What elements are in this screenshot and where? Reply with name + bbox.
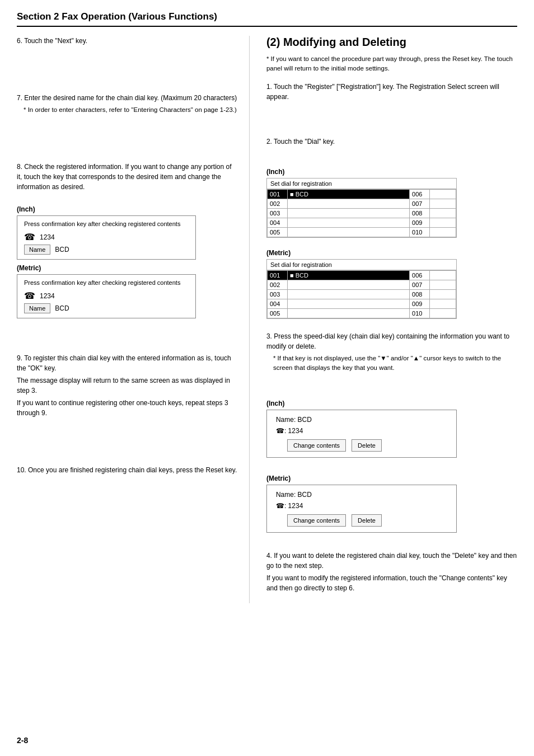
step8-metric-name-key[interactable]: Name: [24, 303, 50, 313]
table-row: 005 010: [267, 227, 456, 237]
step8-text: 8. Check the registered information. If …: [17, 162, 238, 192]
step7-sub: * In order to enter characters, refer to…: [24, 105, 238, 115]
metric-delete-button[interactable]: Delete: [352, 514, 382, 527]
step9-line3: If you want to continue registering othe…: [17, 398, 238, 418]
step-9: 9. To register this chain dial key with …: [17, 353, 238, 418]
step7-text: 7. Enter the desired name for the chain …: [17, 93, 238, 103]
cell-003[interactable]: 003: [267, 208, 287, 218]
m-cell-010[interactable]: 010: [410, 308, 430, 318]
page-number: 2-8: [17, 736, 28, 745]
m-cell-007-empty: [430, 280, 456, 289]
step10-text: 10. Once you are finished registering ch…: [17, 465, 238, 475]
table-row: 002 007: [267, 199, 456, 208]
right-step4-line2: If you want to modify the registered inf…: [266, 573, 517, 593]
cell-010[interactable]: 010: [410, 227, 430, 237]
m-cell-008[interactable]: 008: [410, 289, 430, 299]
step8-inch-screen: Press confirmation key after checking re…: [17, 215, 196, 260]
m-cell-004-empty: [287, 299, 409, 308]
table-row: 001 ■ BCD 006: [267, 270, 456, 280]
step8-metric-name-val: BCD: [55, 304, 69, 312]
cell-009[interactable]: 009: [410, 218, 430, 227]
m-cell-002[interactable]: 002: [267, 280, 287, 289]
cell-007-empty: [430, 199, 456, 208]
step8-metric-fax-row: ☎ 1234: [24, 290, 189, 301]
metric-screen2: Name: BCD ☎: 1234 Change contents Delete: [266, 485, 457, 533]
inch-screen2: Name: BCD ☎: 1234 Change contents Delete: [266, 410, 457, 458]
inch-dial-grid: Set dial for registration 001 ■ BCD 006 …: [266, 178, 457, 238]
m-cell-006[interactable]: 006: [410, 270, 430, 280]
cell-001-active[interactable]: 001: [267, 189, 287, 199]
m-cell-007[interactable]: 007: [410, 280, 430, 289]
inch-change-contents-button[interactable]: Change contents: [287, 439, 346, 452]
m-cell-008-empty: [430, 289, 456, 299]
inch-screen2-name: Name: BCD: [276, 416, 447, 424]
page: Section 2 Fax Operation (Various Functio…: [0, 0, 534, 756]
section-header: Section 2 Fax Operation (Various Functio…: [17, 11, 517, 27]
m-cell-003[interactable]: 003: [267, 289, 287, 299]
step8-metric-screen: Press confirmation key after checking re…: [17, 274, 196, 318]
inch-dial-table: 001 ■ BCD 006 002 007 003 008: [267, 189, 456, 237]
right-step1-text: 1. Touch the "Register" ["Registration"]…: [266, 82, 517, 102]
step8-inch-header: Press confirmation key after checking re…: [24, 220, 189, 227]
step8-inch-name-val: BCD: [55, 246, 69, 253]
step8-inch-label: (Inch): [17, 205, 238, 213]
m-cell-003-empty: [287, 289, 409, 299]
step8-metric-header: Press confirmation key after checking re…: [24, 279, 189, 286]
m-cell-004[interactable]: 004: [267, 299, 287, 308]
metric-screen2-name: Name: BCD: [276, 491, 447, 499]
metric-change-contents-button[interactable]: Change contents: [287, 514, 346, 527]
step8-inch-name-key[interactable]: Name: [24, 245, 50, 255]
right-step-1: 1. Touch the "Register" ["Registration"]…: [266, 82, 517, 102]
cell-009-empty: [430, 218, 456, 227]
metric-screen2-fax: ☎: 1234: [276, 502, 447, 510]
m-cell-009-empty: [430, 299, 456, 308]
right-inch-label2: (Inch): [266, 400, 517, 407]
step-10: 10. Once you are finished registering ch…: [17, 465, 238, 475]
cell-003-empty: [287, 208, 409, 218]
right-step2-text: 2. Touch the "Dial" key.: [266, 137, 517, 147]
step9-text: 9. To register this chain dial key with …: [17, 353, 238, 373]
cell-008[interactable]: 008: [410, 208, 430, 218]
left-column: 6. Touch the "Next" key. 7. Enter the de…: [17, 36, 250, 603]
right-step-3: 3. Press the speed-dial key (chain dial …: [266, 331, 517, 373]
table-row: 001 ■ BCD 006: [267, 189, 456, 199]
step-6: 6. Touch the "Next" key.: [17, 36, 238, 46]
right-step-4: 4. If you want to delete the registered …: [266, 551, 517, 593]
cell-006-empty: [430, 189, 456, 199]
table-row: 005 010: [267, 308, 456, 318]
cell-008-empty: [430, 208, 456, 218]
m-cell-005-empty: [287, 308, 409, 318]
cell-004[interactable]: 004: [267, 218, 287, 227]
step9-line2: The message display will return to the s…: [17, 375, 238, 396]
step8-inch-fax-val: 1234: [40, 233, 55, 241]
two-column-layout: 6. Touch the "Next" key. 7. Enter the de…: [17, 36, 517, 603]
cell-007[interactable]: 007: [410, 199, 430, 208]
right-step3-text: 3. Press the speed-dial key (chain dial …: [266, 331, 517, 351]
m-cell-009[interactable]: 009: [410, 299, 430, 308]
m-cell-005[interactable]: 005: [267, 308, 287, 318]
cell-005-empty: [287, 227, 409, 237]
table-row: 003 008: [267, 289, 456, 299]
right-step-2: 2. Touch the "Dial" key.: [266, 137, 517, 147]
step-7: 7. Enter the desired name for the chain …: [17, 93, 238, 115]
cell-005[interactable]: 005: [267, 227, 287, 237]
right-inch-label: (Inch): [266, 168, 517, 176]
m-cell-010-empty: [430, 308, 456, 318]
inch-delete-button[interactable]: Delete: [352, 439, 382, 452]
right-step4-text: 4. If you want to delete the registered …: [266, 551, 517, 571]
metric-screen2-buttons: Change contents Delete: [287, 514, 447, 527]
step8-metric-label: (Metric): [17, 264, 238, 272]
table-row: 002 007: [267, 280, 456, 289]
cell-006[interactable]: 006: [410, 189, 430, 199]
right-metric-label2: (Metric): [266, 475, 517, 482]
m-cell-001-active[interactable]: 001: [267, 270, 287, 280]
fax-icon-inch: ☎: [24, 232, 35, 242]
step8-metric-fax-val: 1234: [40, 292, 55, 300]
step8-inch-name-row: Name BCD: [24, 245, 189, 255]
table-row: 004 009: [267, 299, 456, 308]
inch-screen2-buttons: Change contents Delete: [287, 439, 447, 452]
right-metric-label: (Metric): [266, 249, 517, 257]
cell-010-empty: [430, 227, 456, 237]
cell-002[interactable]: 002: [267, 199, 287, 208]
metric-dial-grid: Set dial for registration 001 ■ BCD 006 …: [266, 259, 457, 319]
